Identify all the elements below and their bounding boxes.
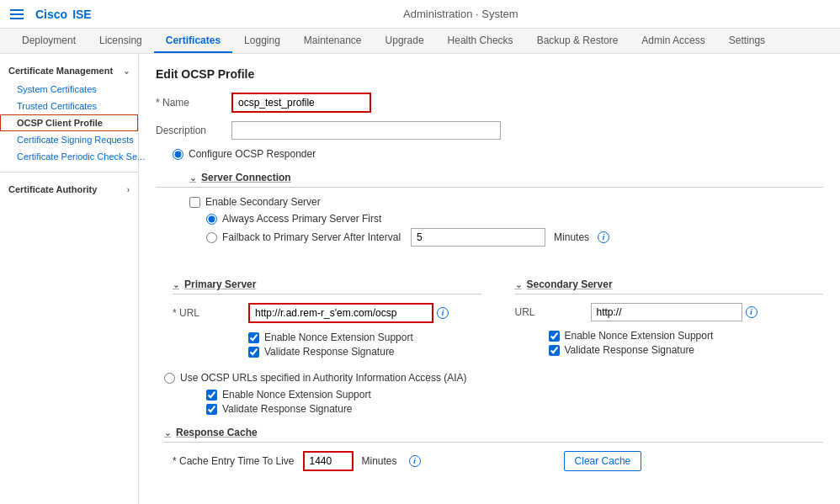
tab-upgrade[interactable]: Upgrade bbox=[374, 29, 436, 53]
tab-health-checks[interactable]: Health Checks bbox=[436, 29, 525, 53]
secondary-validate-row: Validate Response Signature bbox=[549, 344, 824, 356]
tab-logging[interactable]: Logging bbox=[232, 29, 292, 53]
name-row: * Name bbox=[156, 93, 823, 113]
fallback-interval-input[interactable] bbox=[411, 228, 545, 247]
secondary-url-input[interactable] bbox=[591, 303, 742, 321]
secondary-nonce-checkbox[interactable] bbox=[549, 331, 560, 342]
primary-checkboxes: Enable Nonce Extension Support Validate … bbox=[173, 332, 481, 358]
always-access-radio[interactable] bbox=[206, 214, 217, 225]
primary-server-header: ⌄ Primary Server bbox=[173, 279, 481, 294]
cache-minutes-label: Minutes bbox=[362, 455, 397, 467]
sidebar: Certificate Management ⌄ System Certific… bbox=[0, 54, 139, 504]
primary-validate-row: Validate Response Signature bbox=[248, 346, 481, 358]
secondary-nonce-row: Enable Nonce Extension Support bbox=[549, 330, 824, 342]
chevron-right-icon: › bbox=[127, 185, 130, 194]
use-ocsp-validate-label: Validate Response Signature bbox=[222, 403, 353, 415]
server-connection-header: ⌄ Server Connection bbox=[156, 172, 823, 188]
main-layout: Certificate Management ⌄ System Certific… bbox=[0, 54, 840, 504]
use-ocsp-validate-checkbox[interactable] bbox=[206, 404, 217, 415]
primary-url-row: * URL i bbox=[173, 303, 481, 323]
main-content: Edit OCSP Profile * Name Description Con… bbox=[139, 54, 840, 504]
sidebar-item-ocsp-profile[interactable]: OCSP Client Profile bbox=[0, 114, 138, 131]
app-header: Cisco ISE Administration · System bbox=[0, 0, 840, 29]
response-cache-section: ⌄ Response Cache * Cache Entry Time To L… bbox=[156, 427, 823, 471]
secondary-chevron[interactable]: ⌄ bbox=[515, 280, 522, 289]
sidebar-section-cert-mgmt-label: Certificate Management bbox=[8, 66, 113, 76]
chevron-down-icon: ⌄ bbox=[123, 66, 130, 76]
secondary-checkboxes: Enable Nonce Extension Support Validate … bbox=[515, 330, 824, 356]
server-connection-title: Server Connection bbox=[201, 172, 291, 183]
sidebar-section-cert-mgmt[interactable]: Certificate Management ⌄ bbox=[0, 61, 138, 81]
primary-url-input[interactable] bbox=[248, 303, 433, 323]
primary-nonce-checkbox[interactable] bbox=[248, 332, 259, 343]
tab-admin-access[interactable]: Admin Access bbox=[630, 29, 716, 53]
fallback-info-icon[interactable]: i bbox=[598, 231, 609, 243]
sidebar-item-system-certs[interactable]: System Certificates bbox=[0, 81, 138, 98]
ise-logo-text: ISE bbox=[72, 8, 92, 21]
always-access-label: Always Access Primary Server First bbox=[222, 213, 381, 225]
use-ocsp-nonce-label: Enable Nonce Extension Support bbox=[222, 389, 371, 401]
fallback-minutes-label: Minutes bbox=[554, 231, 589, 243]
server-connection-chevron[interactable]: ⌄ bbox=[189, 173, 196, 183]
enable-secondary-label: Enable Secondary Server bbox=[205, 196, 321, 208]
tab-licensing[interactable]: Licensing bbox=[88, 29, 154, 53]
secondary-validate-checkbox[interactable] bbox=[549, 345, 560, 356]
sidebar-divider bbox=[0, 172, 138, 172]
description-input[interactable] bbox=[231, 121, 501, 140]
use-ocsp-checkboxes: Enable Nonce Extension Support Validate … bbox=[164, 389, 823, 415]
tab-settings[interactable]: Settings bbox=[717, 29, 777, 53]
secondary-server-col: ⌄ Secondary Server URL i Enable Nonce Ex… bbox=[515, 267, 824, 360]
fallback-radio[interactable] bbox=[206, 232, 217, 243]
secondary-server-header: ⌄ Secondary Server bbox=[515, 279, 824, 294]
fallback-row: Failback to Primary Server After Interva… bbox=[189, 228, 823, 247]
sidebar-item-cert-periodic[interactable]: Certificate Periodic Check Se... bbox=[0, 148, 138, 165]
enable-secondary-row: Enable Secondary Server bbox=[189, 196, 823, 208]
hamburger-menu[interactable] bbox=[10, 9, 24, 19]
description-row: Description bbox=[156, 121, 823, 140]
primary-nonce-label: Enable Nonce Extension Support bbox=[264, 332, 413, 343]
secondary-url-row: URL i bbox=[515, 303, 824, 321]
secondary-nonce-label: Enable Nonce Extension Support bbox=[565, 330, 714, 342]
servers-two-col: ⌄ Primary Server * URL i Enable Nonce Ex… bbox=[156, 267, 823, 360]
description-label: Description bbox=[156, 125, 231, 136]
always-access-row: Always Access Primary Server First bbox=[189, 213, 823, 225]
cache-label: * Cache Entry Time To Live bbox=[173, 455, 295, 467]
secondary-server-title: Secondary Server bbox=[527, 279, 613, 290]
primary-url-label: * URL bbox=[173, 307, 248, 319]
use-ocsp-label: Use OCSP URLs specified in Authority Inf… bbox=[180, 372, 467, 384]
configure-ocsp-label: Configure OCSP Responder bbox=[189, 148, 316, 160]
sidebar-item-csr[interactable]: Certificate Signing Requests bbox=[0, 131, 138, 148]
primary-validate-checkbox[interactable] bbox=[248, 347, 259, 358]
cache-info-icon[interactable]: i bbox=[409, 455, 421, 467]
primary-url-info-icon[interactable]: i bbox=[437, 307, 449, 319]
use-ocsp-radio[interactable] bbox=[164, 373, 175, 384]
configure-ocsp-radio[interactable] bbox=[173, 149, 183, 160]
cache-ttl-input[interactable] bbox=[303, 451, 354, 471]
primary-nonce-row: Enable Nonce Extension Support bbox=[248, 332, 481, 343]
secondary-validate-label: Validate Response Signature bbox=[565, 344, 695, 356]
header-title: Administration · System bbox=[92, 8, 830, 20]
response-cache-chevron[interactable]: ⌄ bbox=[164, 428, 171, 438]
nav-tabs-bar: Deployment Licensing Certificates Loggin… bbox=[0, 29, 840, 54]
tab-backup-restore[interactable]: Backup & Restore bbox=[525, 29, 630, 53]
primary-chevron[interactable]: ⌄ bbox=[173, 280, 179, 289]
clear-cache-button[interactable]: Clear Cache bbox=[564, 451, 642, 471]
cisco-logo-text: Cisco bbox=[35, 8, 67, 21]
cache-row: * Cache Entry Time To Live Minutes i Cle… bbox=[164, 451, 823, 471]
name-input[interactable] bbox=[231, 93, 371, 113]
configure-ocsp-row: Configure OCSP Responder bbox=[156, 148, 823, 160]
enable-secondary-checkbox[interactable] bbox=[189, 197, 200, 208]
tab-deployment[interactable]: Deployment bbox=[10, 29, 88, 53]
secondary-url-info-icon[interactable]: i bbox=[746, 306, 758, 318]
use-ocsp-validate-row: Validate Response Signature bbox=[206, 403, 823, 415]
response-cache-title: Response Cache bbox=[176, 427, 258, 438]
tab-certificates[interactable]: Certificates bbox=[154, 29, 232, 53]
use-ocsp-section: Use OCSP URLs specified in Authority Inf… bbox=[156, 372, 823, 415]
name-label: * Name bbox=[156, 97, 231, 109]
use-ocsp-nonce-row: Enable Nonce Extension Support bbox=[206, 389, 823, 401]
primary-validate-label: Validate Response Signature bbox=[264, 346, 395, 358]
tab-maintenance[interactable]: Maintenance bbox=[292, 29, 374, 53]
sidebar-item-trusted-certs[interactable]: Trusted Certificates bbox=[0, 98, 138, 114]
use-ocsp-nonce-checkbox[interactable] bbox=[206, 390, 217, 401]
sidebar-section-cert-authority[interactable]: Certificate Authority › bbox=[0, 179, 138, 199]
